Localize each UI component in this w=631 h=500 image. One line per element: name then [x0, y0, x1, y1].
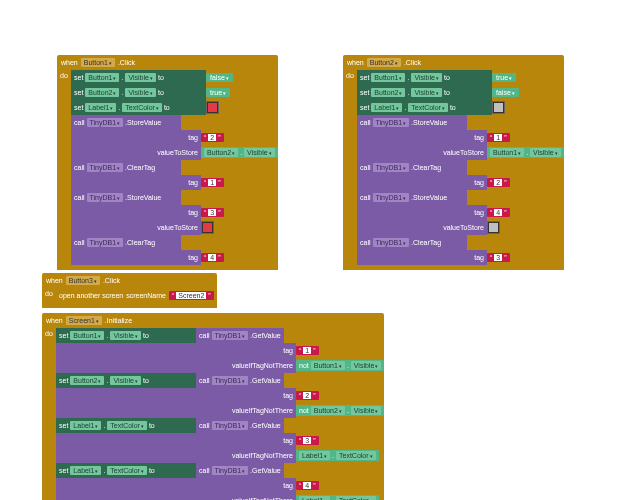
- component-dd[interactable]: TinyDB1▾: [373, 163, 410, 172]
- string-block[interactable]: “Screen2”: [169, 291, 214, 300]
- do-label: do: [42, 328, 56, 500]
- property-dd[interactable]: TextColor▾: [107, 421, 147, 430]
- color-block[interactable]: [487, 221, 500, 234]
- color-block[interactable]: [206, 101, 219, 114]
- string-block[interactable]: “4”: [296, 481, 319, 490]
- component-dd[interactable]: TinyDB1▾: [87, 163, 124, 172]
- event-header: when Button2▾ .Click do set Button1▾ . V…: [343, 55, 564, 270]
- component-dd[interactable]: Button1▾: [371, 73, 405, 82]
- string-block[interactable]: “1”: [296, 346, 319, 355]
- component-dd[interactable]: TinyDB1▾: [87, 118, 124, 127]
- string-block[interactable]: “3”: [487, 253, 510, 262]
- arg-row: tag: [357, 205, 487, 220]
- color-block[interactable]: [492, 101, 505, 114]
- component-dd[interactable]: Label1▾: [85, 103, 116, 112]
- component-dd[interactable]: Button1▾: [85, 73, 119, 82]
- call-method-row[interactable]: call TinyDB1▾.GetValue: [196, 328, 284, 343]
- property-dd[interactable]: Visible▾: [110, 376, 141, 385]
- when-button1-click-block[interactable]: when Button1▾ .Click do set Button1▾ . V…: [57, 55, 278, 270]
- property-dd[interactable]: Visible▾: [411, 88, 442, 97]
- call-method-row[interactable]: call TinyDB1▾.GetValue: [196, 373, 284, 388]
- component-dd[interactable]: Button2▾: [371, 88, 405, 97]
- property-dd[interactable]: TextColor▾: [107, 466, 147, 475]
- component-dd[interactable]: Screen1▾: [66, 316, 102, 325]
- open-screen-row[interactable]: open another screen screenName “Screen2”: [56, 288, 217, 303]
- component-dd[interactable]: Label1▾: [70, 466, 101, 475]
- when-button3-click-block[interactable]: when Button3▾ .Click do open another scr…: [42, 273, 217, 308]
- set-property-row[interactable]: set Label1▾ . TextColor▾ to: [56, 463, 196, 478]
- component-dd[interactable]: Button1▾: [81, 58, 115, 67]
- component-dd[interactable]: TinyDB1▾: [373, 118, 410, 127]
- component-dd[interactable]: Button2▾: [367, 58, 401, 67]
- property-dd[interactable]: TextColor▾: [408, 103, 448, 112]
- call-method-row[interactable]: call TinyDB1▾.StoreValue: [71, 190, 181, 205]
- component-dd[interactable]: Button1▾: [70, 331, 104, 340]
- component-dd[interactable]: Label1▾: [371, 103, 402, 112]
- not-block[interactable]: not Button2▾ . Visible▾: [296, 405, 384, 416]
- call-method-row[interactable]: call TinyDB1▾.GetValue: [196, 418, 284, 433]
- call-method-row[interactable]: call TinyDB1▾.GetValue: [196, 463, 284, 478]
- component-dd[interactable]: TinyDB1▾: [87, 238, 124, 247]
- arg-row: valueIfTagNotThere: [56, 448, 296, 463]
- call-method-row[interactable]: call TinyDB1▾.ClearTag: [357, 235, 467, 250]
- component-dd[interactable]: TinyDB1▾: [212, 376, 249, 385]
- when-button2-click-block[interactable]: when Button2▾ .Click do set Button1▾ . V…: [343, 55, 564, 270]
- component-dd[interactable]: Button3▾: [66, 276, 100, 285]
- component-dd[interactable]: TinyDB1▾: [212, 466, 249, 475]
- bool-block[interactable]: false ▾: [492, 88, 519, 97]
- property-getter-block[interactable]: Label1▾ . TextColor▾: [296, 495, 379, 500]
- component-dd[interactable]: Button2▾: [70, 376, 104, 385]
- set-property-row[interactable]: set Button1▾ . Visible▾ to: [71, 70, 206, 85]
- set-property-row[interactable]: set Button1▾ . Visible▾ to: [56, 328, 196, 343]
- property-dd[interactable]: Visible▾: [110, 331, 141, 340]
- when-screen1-initialize-block[interactable]: when Screen1▾ .Initialize do set Button1…: [42, 313, 384, 500]
- string-block[interactable]: “2”: [487, 178, 510, 187]
- arg-row: valueIfTagNotThere: [56, 358, 296, 373]
- bool-block[interactable]: true ▾: [492, 73, 516, 82]
- property-getter-block[interactable]: Button2▾ . Visible▾: [201, 147, 278, 158]
- call-method-row[interactable]: call TinyDB1▾.StoreValue: [71, 115, 181, 130]
- set-property-row[interactable]: set Label1▾ . TextColor▾ to: [357, 100, 492, 115]
- set-property-row[interactable]: set Label1▾ . TextColor▾ to: [71, 100, 206, 115]
- property-dd[interactable]: Visible▾: [411, 73, 442, 82]
- arg-row: valueIfTagNotThere: [56, 493, 296, 500]
- string-block[interactable]: “2”: [201, 133, 224, 142]
- string-block[interactable]: “4”: [201, 253, 224, 262]
- component-dd[interactable]: TinyDB1▾: [373, 238, 410, 247]
- call-method-row[interactable]: call TinyDB1▾.ClearTag: [71, 160, 181, 175]
- component-dd[interactable]: Label1▾: [70, 421, 101, 430]
- bool-block[interactable]: true ▾: [206, 88, 230, 97]
- when-kw: when: [61, 59, 78, 66]
- component-dd[interactable]: Button2▾: [85, 88, 119, 97]
- call-method-row[interactable]: call TinyDB1▾.ClearTag: [71, 235, 181, 250]
- property-getter-block[interactable]: Label1▾ . TextColor▾: [296, 450, 379, 461]
- string-block[interactable]: “4”: [487, 208, 510, 217]
- string-block[interactable]: “1”: [487, 133, 510, 142]
- set-property-row[interactable]: set Button1▾ . Visible▾ to: [357, 70, 492, 85]
- do-label: do: [57, 70, 71, 265]
- component-dd[interactable]: TinyDB1▾: [212, 331, 249, 340]
- component-dd[interactable]: TinyDB1▾: [373, 193, 410, 202]
- color-block[interactable]: [201, 221, 214, 234]
- not-block[interactable]: not Button1▾ . Visible▾: [296, 360, 384, 371]
- component-dd[interactable]: TinyDB1▾: [212, 421, 249, 430]
- set-property-row[interactable]: set Button2▾ . Visible▾ to: [56, 373, 196, 388]
- call-method-row[interactable]: call TinyDB1▾.ClearTag: [357, 160, 467, 175]
- property-getter-block[interactable]: Button1▾ . Visible▾: [487, 147, 564, 158]
- property-dd[interactable]: Visible▾: [125, 88, 156, 97]
- string-block[interactable]: “2”: [296, 391, 319, 400]
- string-block[interactable]: “3”: [296, 436, 319, 445]
- call-method-row[interactable]: call TinyDB1▾.StoreValue: [357, 190, 467, 205]
- set-property-row[interactable]: set Button2▾ . Visible▾ to: [71, 85, 206, 100]
- string-block[interactable]: “1”: [201, 178, 224, 187]
- event-name: .Click: [103, 277, 120, 284]
- bool-block[interactable]: false ▾: [206, 73, 233, 82]
- string-block[interactable]: “3”: [201, 208, 224, 217]
- arg-row: tag: [357, 130, 487, 145]
- property-dd[interactable]: Visible▾: [125, 73, 156, 82]
- set-property-row[interactable]: set Button2▾ . Visible▾ to: [357, 85, 492, 100]
- call-method-row[interactable]: call TinyDB1▾.StoreValue: [357, 115, 467, 130]
- component-dd[interactable]: TinyDB1▾: [87, 193, 124, 202]
- set-property-row[interactable]: set Label1▾ . TextColor▾ to: [56, 418, 196, 433]
- property-dd[interactable]: TextColor▾: [122, 103, 162, 112]
